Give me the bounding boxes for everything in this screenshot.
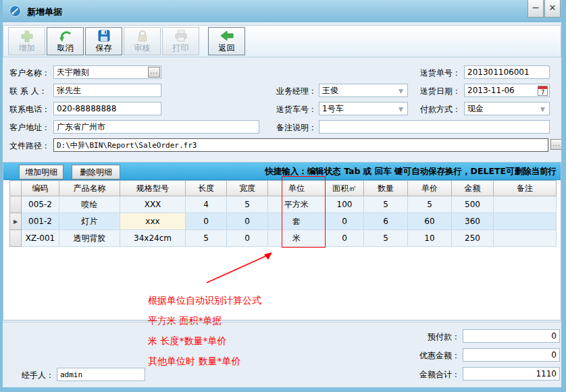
- cell-width[interactable]: 0: [227, 213, 268, 230]
- print-button[interactable]: 打印: [162, 27, 199, 55]
- cell-amount[interactable]: 500: [452, 196, 494, 213]
- vehicle-dropdown-icon: ▼: [398, 107, 406, 112]
- calendar-icon-day: 7: [538, 89, 547, 96]
- cell-unit[interactable]: 平方米: [268, 196, 326, 213]
- col-header-product: 产品名称: [59, 181, 120, 196]
- contact-label: 联 系 人：: [9, 86, 47, 96]
- col-header-price: 单价: [408, 181, 452, 196]
- delivery-date-input[interactable]: [464, 84, 550, 97]
- detail-table: 编码 产品名称 规格型号 长度 宽度 单位 面积㎡ 数量 单价 金额 备注 00…: [9, 180, 557, 247]
- table-row-current: ▶ 001-2 灯片 xxx 0 0 套 0 6 60 360: [10, 213, 557, 230]
- vehicle-combo[interactable]: [319, 102, 408, 115]
- add-button-label: 增加: [9, 43, 45, 54]
- current-row-marker-icon[interactable]: ▶: [10, 213, 22, 230]
- customer-name-label: 客户名称：: [9, 67, 50, 78]
- customer-name-input[interactable]: [53, 65, 161, 79]
- col-header-unit: 单位: [268, 181, 326, 196]
- cell-note[interactable]: [494, 213, 557, 230]
- cell-spec[interactable]: XXX: [120, 196, 186, 213]
- cell-area[interactable]: 100: [326, 196, 364, 213]
- cell-amount[interactable]: 250: [452, 230, 494, 247]
- cell-area[interactable]: 0: [326, 213, 364, 230]
- cell-product[interactable]: 喷绘: [59, 196, 120, 213]
- cell-product[interactable]: 透明背胶: [59, 230, 120, 247]
- handler-input[interactable]: [57, 368, 145, 381]
- minimize-button[interactable]: —: [528, 0, 544, 18]
- customer-browse-button[interactable]: ...: [148, 67, 160, 78]
- file-path-label: 文件路径：: [9, 140, 50, 151]
- manager-dropdown-icon: ▼: [398, 88, 406, 94]
- lock-icon: [135, 29, 150, 43]
- prepaid-label: 预付款：: [406, 331, 460, 342]
- cancel-button-label: 取消: [47, 43, 83, 54]
- app-icon: [9, 5, 21, 17]
- cell-length[interactable]: 4: [186, 196, 227, 213]
- col-header-width: 宽度: [227, 181, 268, 196]
- col-header-spec: 规格型号: [120, 181, 186, 196]
- cell-length[interactable]: 5: [186, 230, 227, 247]
- phone-label: 联系电话：: [9, 104, 50, 115]
- footer-divider: [3, 322, 561, 323]
- delivery-date-label: 送货日期：: [420, 86, 461, 96]
- handler-label: 经手人：: [22, 370, 54, 381]
- printer-icon: [174, 29, 188, 43]
- add-button[interactable]: 增加: [8, 27, 45, 55]
- cell-note[interactable]: [494, 196, 557, 213]
- cell-amount[interactable]: 360: [452, 213, 494, 230]
- cell-price[interactable]: 5: [408, 196, 452, 213]
- row-selector[interactable]: [10, 196, 22, 213]
- toolbar: 增加 取消 保存 审核: [3, 25, 561, 57]
- contact-input[interactable]: [53, 84, 161, 97]
- return-button[interactable]: 返回: [208, 27, 245, 55]
- save-button[interactable]: 保存: [85, 27, 122, 55]
- phone-input[interactable]: [53, 102, 161, 115]
- delete-detail-button[interactable]: 删除明细: [72, 165, 120, 179]
- remarks-input[interactable]: [319, 120, 550, 134]
- payment-combo[interactable]: [464, 102, 550, 115]
- cell-qty[interactable]: 5: [364, 196, 408, 213]
- close-button[interactable]: ✕: [544, 0, 561, 18]
- prepaid-input[interactable]: [463, 329, 560, 343]
- cell-code[interactable]: XZ-001: [22, 230, 59, 247]
- cell-width[interactable]: 5: [227, 196, 268, 213]
- cell-code[interactable]: 005-2: [22, 196, 59, 213]
- file-path-browse-button[interactable]: ...: [550, 139, 563, 150]
- cell-code[interactable]: 001-2: [22, 213, 59, 230]
- address-input[interactable]: [53, 120, 259, 134]
- payment-label: 付款方式：: [420, 104, 461, 115]
- delivery-no-label: 送货单号：: [420, 67, 461, 78]
- cancel-button[interactable]: 取消: [47, 27, 84, 55]
- new-order-dialog: 新增单据 — ✕ 增加 取消 保存: [0, 0, 566, 392]
- calendar-icon[interactable]: 7: [538, 86, 548, 96]
- file-path-input[interactable]: [53, 138, 548, 152]
- manager-combo[interactable]: [319, 84, 408, 97]
- cell-area[interactable]: 0: [326, 230, 364, 247]
- cell-qty[interactable]: 5: [364, 230, 408, 247]
- cell-qty[interactable]: 6: [364, 213, 408, 230]
- vehicle-label: 送货车号：: [276, 104, 317, 115]
- col-header-qty: 数量: [364, 181, 408, 196]
- row-selector[interactable]: [10, 230, 22, 247]
- cell-product[interactable]: 灯片: [59, 213, 120, 230]
- table-row: 005-2 喷绘 XXX 4 5 平方米 100 5 5 500: [10, 196, 557, 213]
- undo-icon: [58, 29, 73, 43]
- cell-price[interactable]: 10: [408, 230, 452, 247]
- detail-header-strip: 增加明细 删除明细 快捷输入：编辑状态 Tab 或 回车 键可自动保存换行，DE…: [3, 163, 561, 180]
- delivery-no-input[interactable]: [464, 65, 550, 79]
- cell-price[interactable]: 60: [408, 213, 452, 230]
- audit-button-label: 审核: [124, 43, 160, 54]
- cell-unit[interactable]: 套: [268, 213, 326, 230]
- detail-panel: 增加明细 删除明细 快捷输入：编辑状态 Tab 或 回车 键可自动保存换行，DE…: [3, 162, 561, 320]
- cell-length[interactable]: 0: [186, 213, 227, 230]
- add-detail-button[interactable]: 增加明细: [19, 165, 63, 179]
- audit-button[interactable]: 审核: [124, 27, 161, 55]
- cell-width[interactable]: 0: [227, 230, 268, 247]
- payment-dropdown-icon: ▼: [540, 107, 548, 112]
- total-input[interactable]: [463, 367, 560, 381]
- cell-spec-editing[interactable]: xxx: [120, 213, 186, 230]
- discount-input[interactable]: [463, 348, 560, 362]
- cell-note[interactable]: [494, 230, 557, 247]
- cell-unit[interactable]: 米: [268, 230, 326, 247]
- cell-spec[interactable]: 34x24cm: [120, 230, 186, 247]
- table-row: XZ-001 透明背胶 34x24cm 5 0 米 0 5 10 250: [10, 230, 557, 247]
